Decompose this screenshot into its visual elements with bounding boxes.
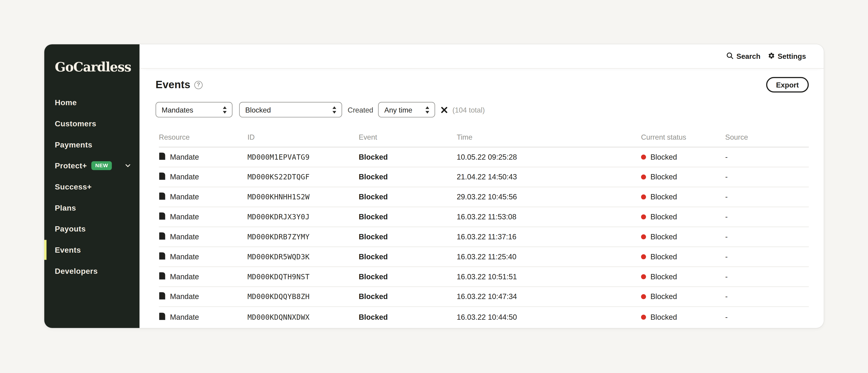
event-id: MD000KDRJX3Y0J <box>247 213 359 221</box>
document-icon <box>159 272 165 281</box>
export-button[interactable]: Export <box>766 77 809 92</box>
sidebar-item-label: Protect+ <box>55 161 87 170</box>
status-label: Blocked <box>650 293 677 301</box>
total-count: (104 total) <box>452 106 485 114</box>
table-row[interactable]: Mandate MD000M1EPVATG9 Blocked 10.05.22 … <box>159 147 809 167</box>
search-button[interactable]: Search <box>726 52 761 61</box>
event-type: Blocked <box>359 313 457 321</box>
status-label: Blocked <box>650 313 677 321</box>
event-filter: Blocked <box>239 102 342 118</box>
resource-cell: Mandate <box>159 252 247 261</box>
clear-filter-icon[interactable] <box>441 107 447 113</box>
source-value: - <box>725 173 809 181</box>
column-header: Resource <box>159 133 247 141</box>
resource-label: Mandate <box>170 272 199 281</box>
status-cell: Blocked <box>641 293 725 301</box>
document-icon <box>159 192 165 202</box>
sidebar-item[interactable]: Payments <box>44 134 140 155</box>
gear-icon <box>768 52 775 61</box>
sidebar-item[interactable]: Events <box>44 239 140 260</box>
source-value: - <box>725 253 809 261</box>
event-type: Blocked <box>359 173 457 181</box>
event-id: MD000KDQTH9NST <box>247 272 359 281</box>
event-time: 10.05.22 09:25:28 <box>457 153 641 161</box>
sidebar-nav: Home Customers Payments <box>44 92 140 281</box>
page: GoCardless Home Customers <box>0 0 868 373</box>
sidebar-item[interactable]: Developers <box>44 260 140 282</box>
resource-filter-select[interactable]: Mandates <box>156 102 232 118</box>
source-value: - <box>725 233 809 241</box>
event-time: 29.03.22 10:45:56 <box>457 193 641 201</box>
resource-label: Mandate <box>170 293 199 301</box>
status-dot <box>641 175 646 180</box>
chevron-down-icon <box>124 162 132 170</box>
new-badge: NEW <box>91 161 112 170</box>
settings-label: Settings <box>778 52 806 60</box>
sidebar-item-label: Events <box>55 246 81 255</box>
document-icon <box>159 232 165 241</box>
resource-cell: Mandate <box>159 212 247 222</box>
source-value: - <box>725 313 809 321</box>
status-label: Blocked <box>650 193 677 201</box>
sidebar-item[interactable]: Customers <box>44 113 140 134</box>
table-header-row: Resource ID Event Time Current status So… <box>159 127 809 147</box>
table-row[interactable]: Mandate MD000KS22DTQGF Blocked 21.04.22 … <box>159 167 809 187</box>
document-icon <box>159 312 165 321</box>
sidebar-item-label: Success+ <box>55 182 92 191</box>
sidebar-item[interactable]: Protect+ NEW <box>44 155 140 176</box>
table-row[interactable]: Mandate MD000KDRJX3Y0J Blocked 16.03.22 … <box>159 207 809 227</box>
resource-cell: Mandate <box>159 172 247 182</box>
sidebar-item[interactable]: Payouts <box>44 218 140 239</box>
source-value: - <box>725 153 809 161</box>
event-type: Blocked <box>359 153 457 161</box>
event-filter-select[interactable]: Blocked <box>239 102 342 118</box>
column-header: Source <box>725 133 809 141</box>
event-id: MD000KHNHH1S2W <box>247 193 359 201</box>
document-icon <box>159 292 165 302</box>
event-time: 16.03.22 11:53:08 <box>457 213 641 221</box>
status-label: Blocked <box>650 173 677 181</box>
title-row: Events ? Export <box>156 77 809 92</box>
sidebar-item-label: Payments <box>55 140 92 149</box>
help-icon[interactable]: ? <box>194 81 203 89</box>
filter-bar: Mandates Blocked Creat <box>156 102 809 118</box>
status-cell: Blocked <box>641 313 725 321</box>
column-header: Time <box>457 133 641 141</box>
table-row[interactable]: Mandate MD000KDQTH9NST Blocked 16.03.22 … <box>159 267 809 287</box>
event-type: Blocked <box>359 233 457 241</box>
event-type: Blocked <box>359 293 457 301</box>
table-row[interactable]: Mandate MD000KDQNNXDWX Blocked 16.03.22 … <box>159 307 809 327</box>
sidebar-item[interactable]: Home <box>44 92 140 113</box>
table-row[interactable]: Mandate MD000KDQQYB8ZH Blocked 16.03.22 … <box>159 287 809 307</box>
time-filter-select[interactable]: Any time <box>378 102 435 118</box>
event-id: MD000KDRB7ZYMY <box>247 233 359 241</box>
event-time: 16.03.22 10:47:34 <box>457 293 641 301</box>
status-label: Blocked <box>650 213 677 221</box>
sidebar-item[interactable]: Plans <box>44 197 140 219</box>
sidebar-item-label: Customers <box>55 119 96 128</box>
event-id: MD000KS22DTQGF <box>247 173 359 181</box>
status-cell: Blocked <box>641 153 725 161</box>
resource-cell: Mandate <box>159 292 247 302</box>
event-id: MD000KDR5WQD3K <box>247 253 359 261</box>
resource-label: Mandate <box>170 173 199 181</box>
status-dot <box>641 234 646 239</box>
event-type: Blocked <box>359 193 457 201</box>
table-body: Mandate MD000M1EPVATG9 Blocked 10.05.22 … <box>159 147 809 327</box>
document-icon <box>159 212 165 222</box>
column-header: ID <box>247 133 359 141</box>
gocardless-logo[interactable]: GoCardless <box>55 59 131 74</box>
sidebar-item[interactable]: Success+ <box>44 176 140 197</box>
status-dot <box>641 314 646 319</box>
document-icon <box>159 152 165 162</box>
table-row[interactable]: Mandate MD000KDRB7ZYMY Blocked 16.03.22 … <box>159 227 809 247</box>
settings-button[interactable]: Settings <box>768 52 806 61</box>
source-value: - <box>725 272 809 281</box>
resource-filter: Mandates <box>156 102 232 118</box>
sidebar-item-label: Home <box>55 98 77 107</box>
table-row[interactable]: Mandate MD000KDR5WQD3K Blocked 16.03.22 … <box>159 247 809 267</box>
event-time: 16.03.22 11:37:16 <box>457 233 641 241</box>
status-cell: Blocked <box>641 173 725 181</box>
table-row[interactable]: Mandate MD000KHNHH1S2W Blocked 29.03.22 … <box>159 187 809 207</box>
status-dot <box>641 294 646 299</box>
